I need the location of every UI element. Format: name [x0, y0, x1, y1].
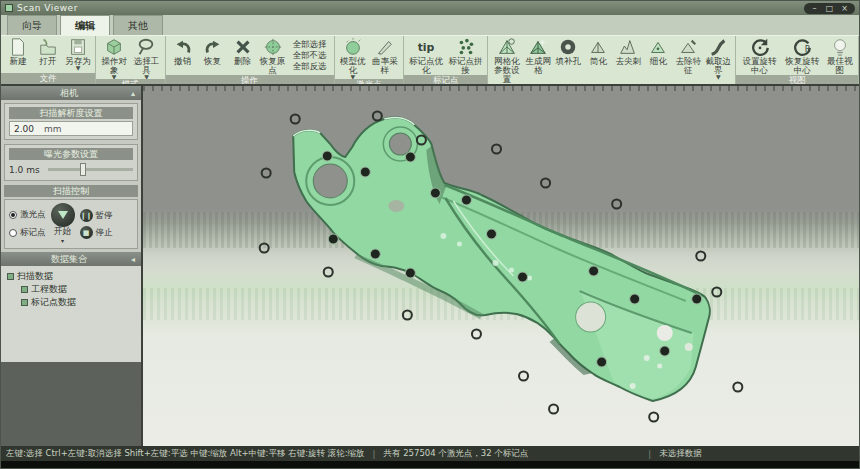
- tree-item-0[interactable]: 扫描数据: [3, 270, 139, 283]
- reset-rotation-center-icon: R: [792, 37, 812, 57]
- reference-marker-ring[interactable]: [612, 200, 621, 209]
- ribbon-button-label: 填补孔: [556, 57, 582, 66]
- best-view-icon: [830, 37, 850, 57]
- reference-marker-ring[interactable]: [519, 372, 528, 381]
- radio-0[interactable]: 激光点: [9, 209, 46, 221]
- ribbon-button-6-2[interactable]: 最佳视图: [823, 37, 856, 75]
- reference-marker-ring[interactable]: [733, 383, 742, 392]
- ribbon-button-6-1[interactable]: R恢复旋转中心: [781, 37, 824, 75]
- 3d-viewport[interactable]: [143, 86, 859, 446]
- ribbon-button-5-0[interactable]: 网格化参数设置: [490, 37, 523, 84]
- tab-2[interactable]: 其他: [113, 15, 163, 35]
- start-scan-button[interactable]: [51, 203, 75, 227]
- ribbon-button-5-3[interactable]: 简化: [583, 37, 613, 84]
- ribbon-button-5-2[interactable]: 填补孔: [553, 37, 583, 84]
- remove-feature-icon: [678, 37, 698, 57]
- resolution-input[interactable]: 2.00 mm: [9, 121, 133, 136]
- reference-marker-ring[interactable]: [291, 115, 300, 124]
- ribbon-button-2-2[interactable]: 删除: [228, 37, 258, 75]
- ribbon-button-3-0[interactable]: 模型优化▼: [337, 37, 369, 79]
- mouse-hints: 左键:选择 Ctrl+左键:取消选择 Shift+左键:平选 中键:缩放 Alt…: [6, 448, 365, 460]
- reference-marker-dot[interactable]: [461, 195, 471, 205]
- reference-marker-ring[interactable]: [541, 179, 550, 188]
- ribbon-button-5-1[interactable]: 生成网格: [523, 37, 553, 84]
- ribbon-button-label: 标记点拼接: [448, 57, 484, 75]
- exposure-value: 1.0 ms: [9, 165, 40, 175]
- ribbon-button-5-5[interactable]: 细化: [643, 37, 673, 84]
- ribbon-button-label: 去尖刺: [616, 57, 642, 66]
- reference-marker-dot[interactable]: [660, 346, 670, 356]
- ribbon-button-2-0[interactable]: 撤销: [168, 37, 198, 75]
- ribbon-button-4-0[interactable]: tip标记点优化: [406, 37, 446, 75]
- reference-marker-dot[interactable]: [328, 234, 338, 244]
- reference-marker-dot[interactable]: [589, 266, 599, 276]
- reference-marker-ring[interactable]: [472, 330, 481, 339]
- ribbon-button-2-1[interactable]: 恢复: [198, 37, 228, 75]
- tab-0[interactable]: 向导: [7, 15, 57, 35]
- ribbon-button-label: 最佳视图: [825, 57, 854, 75]
- reference-marker-dot[interactable]: [360, 167, 370, 177]
- reference-marker-dot[interactable]: [405, 152, 415, 162]
- reference-marker-ring[interactable]: [262, 169, 271, 178]
- tab-1[interactable]: 编辑: [60, 15, 110, 35]
- close-button[interactable]: ×: [837, 3, 852, 14]
- chevron-down-icon: ▼: [716, 75, 721, 79]
- ribbon-stack-button-2-0[interactable]: 全部选择: [291, 39, 329, 50]
- radio-label: 标记点: [20, 227, 46, 239]
- start-dropdown-icon[interactable]: ▾: [61, 236, 64, 245]
- ribbon-button-label: 细化: [650, 57, 667, 66]
- reference-marker-ring[interactable]: [696, 252, 705, 261]
- ribbon-button-3-1[interactable]: 曲率采样: [369, 37, 401, 79]
- ribbon-button-5-6[interactable]: 去除特征: [673, 37, 703, 84]
- reference-marker-dot[interactable]: [518, 272, 528, 282]
- stop-scan-button[interactable]: ■ 停止: [80, 226, 113, 239]
- pause-scan-button[interactable]: ❙❙ 暂停: [80, 209, 113, 222]
- reference-marker-ring[interactable]: [549, 405, 558, 414]
- reference-marker-dot[interactable]: [370, 249, 380, 259]
- reference-marker-dot[interactable]: [597, 357, 607, 367]
- reference-marker-ring[interactable]: [492, 145, 501, 154]
- ribbon-button-0-1[interactable]: 打开: [33, 37, 63, 73]
- ribbon-group-label: 标记点: [404, 75, 487, 86]
- reference-marker-ring[interactable]: [649, 413, 658, 422]
- reference-marker-ring[interactable]: [373, 112, 382, 121]
- scanned-part[interactable]: [293, 117, 710, 401]
- ribbon-button-5-7[interactable]: 截取边界▼: [703, 37, 733, 84]
- set-rotation-center-icon: [750, 37, 770, 57]
- pin-icon[interactable]: ◂: [131, 255, 135, 264]
- reference-marker-ring[interactable]: [403, 311, 412, 320]
- tree-item-1[interactable]: 工程数据: [3, 283, 139, 296]
- exposure-slider[interactable]: [48, 168, 133, 171]
- generate-mesh-icon: [528, 37, 548, 57]
- camera-panel-title: 相机 ▴: [1, 86, 141, 100]
- data-panel-title: 数据集合 ◂: [1, 252, 141, 266]
- ribbon-button-0-2[interactable]: 另存为▼: [63, 37, 93, 73]
- exposure-slider-thumb[interactable]: [80, 163, 86, 176]
- ribbon-button-1-0[interactable]: 操作对象▼: [98, 37, 130, 79]
- ribbon-button-4-1[interactable]: 标记点拼接: [446, 37, 486, 75]
- ribbon-button-6-0[interactable]: 设置旋转中心: [738, 37, 781, 75]
- ribbon-stack-button-2-2[interactable]: 全部反选: [291, 61, 329, 72]
- maximize-button[interactable]: □: [822, 3, 837, 14]
- reference-marker-ring[interactable]: [260, 244, 269, 253]
- reference-marker-dot[interactable]: [486, 229, 496, 239]
- ribbon-button-2-3[interactable]: 恢复原点: [258, 37, 288, 75]
- radio-1[interactable]: 标记点: [9, 227, 46, 239]
- reference-marker-dot[interactable]: [405, 268, 415, 278]
- reference-marker-dot[interactable]: [692, 294, 702, 304]
- reference-marker-ring[interactable]: [712, 288, 721, 297]
- ribbon-stack-2: 全部选择全部不选全部反选: [288, 37, 332, 75]
- collapse-panel-icon[interactable]: ▴: [131, 89, 135, 98]
- reference-marker-dot[interactable]: [630, 294, 640, 304]
- ribbon-button-0-0[interactable]: 新建: [3, 37, 33, 73]
- reference-marker-dot[interactable]: [430, 188, 440, 198]
- minimize-button[interactable]: –: [807, 3, 822, 14]
- ribbon-button-1-1[interactable]: 选择工具▼: [130, 37, 162, 79]
- tree-item-label: 工程数据: [31, 283, 67, 296]
- reference-marker-dot[interactable]: [322, 151, 332, 161]
- ribbon-button-5-4[interactable]: 去尖刺: [613, 37, 643, 84]
- reference-marker-ring[interactable]: [324, 268, 333, 277]
- ribbon-group-0: 新建打开另存为▼文件: [1, 36, 96, 84]
- ribbon-stack-button-2-1[interactable]: 全部不选: [291, 50, 329, 61]
- tree-item-2[interactable]: 标记点数据: [3, 296, 139, 309]
